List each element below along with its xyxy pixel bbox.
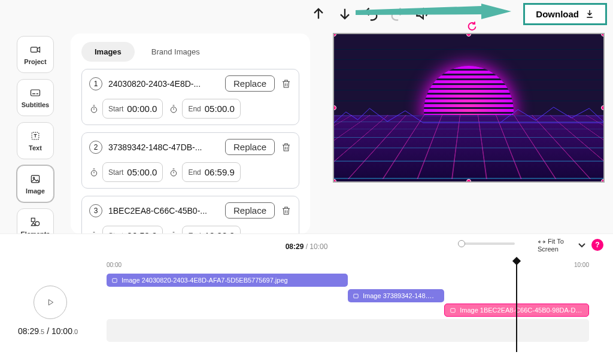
volume-icon[interactable]: [415, 5, 432, 22]
tab-images[interactable]: Images: [81, 42, 135, 62]
selection-handle[interactable]: [601, 105, 605, 110]
selection-handle[interactable]: [601, 33, 605, 37]
zoom-thumb[interactable]: [458, 240, 465, 247]
sidebar-item-text[interactable]: Text: [17, 122, 54, 159]
svg-rect-2: [31, 90, 40, 96]
stopwatch-icon: [89, 104, 99, 114]
filename-label: 24030820-2403-4E8D-...: [108, 79, 219, 89]
rotate-handle-icon[interactable]: [466, 20, 477, 31]
svg-point-5: [33, 177, 35, 179]
redo-icon[interactable]: [389, 5, 406, 22]
stopwatch-icon: [169, 168, 178, 177]
images-panel: Images Brand Images 1 24030820-2403-4E8D…: [71, 34, 310, 234]
end-time-input[interactable]: End 06:59.9: [182, 162, 240, 182]
download-label: Download: [536, 9, 579, 19]
selection-handle[interactable]: [333, 179, 336, 183]
svg-rect-6: [31, 218, 35, 222]
row-number-badge: 2: [89, 141, 102, 154]
svg-rect-1: [31, 47, 38, 52]
image-row: 3 1BEC2EA8-C66C-45B0-... Replace Start 0…: [81, 196, 299, 234]
download-icon: [585, 9, 594, 19]
selection-handle[interactable]: [466, 179, 471, 183]
row-number-badge: 1: [89, 77, 102, 90]
svg-rect-15: [354, 294, 358, 298]
text-icon: [29, 130, 42, 142]
image-icon: [450, 307, 456, 314]
svg-point-9: [171, 107, 177, 112]
row-number-badge: 3: [89, 204, 102, 217]
sidebar-item-subtitles[interactable]: Subtitles: [17, 79, 54, 116]
preview-mountains: [334, 105, 603, 126]
tab-brand-images[interactable]: Brand Images: [138, 42, 213, 62]
side-nav: Project Subtitles Text Image Elements: [17, 36, 53, 245]
svg-rect-4: [31, 175, 39, 183]
subtitles-icon: [29, 87, 42, 99]
clip-image-2[interactable]: Image 37389342-148….: [348, 289, 444, 302]
camera-icon: [29, 44, 42, 56]
svg-rect-14: [113, 278, 117, 282]
stopwatch-icon: [89, 168, 99, 177]
trash-icon[interactable]: [281, 142, 292, 153]
clip-image-1[interactable]: Image 24030820-2403-4E8D-AFA7-5D5EB57756…: [107, 274, 348, 287]
download-button[interactable]: Download: [523, 3, 607, 25]
move-layer-down-icon[interactable]: [336, 5, 353, 22]
replace-button[interactable]: Replace: [225, 139, 275, 155]
image-icon: [353, 293, 359, 299]
move-layer-up-icon[interactable]: [310, 5, 327, 22]
zoom-slider[interactable]: [458, 242, 515, 245]
svg-point-7: [35, 222, 40, 226]
image-row: 2 37389342-148C-47DB-... Replace Start 0…: [81, 132, 299, 189]
playhead[interactable]: [516, 262, 517, 352]
collapse-toggle-icon[interactable]: [577, 240, 587, 250]
start-time-input[interactable]: Start 00:00.0: [102, 99, 163, 119]
shapes-icon: [29, 216, 42, 228]
image-row: 1 24030820-2403-4E8D-... Replace Start 0…: [81, 69, 299, 125]
stopwatch-icon: [169, 104, 178, 114]
help-button[interactable]: ?: [591, 239, 603, 251]
end-time-input[interactable]: End 05:00.0: [182, 99, 240, 119]
filename-label: 1BEC2EA8-C66C-45B0-...: [108, 206, 219, 216]
selection-handle[interactable]: [601, 179, 605, 183]
image-icon: [29, 173, 42, 185]
canvas-preview[interactable]: [333, 33, 605, 183]
start-time-input[interactable]: Start 05:00.0: [102, 162, 163, 182]
timeline-panel: 08:29 / 10:00 Fit To Screen ? 00:00 10:0…: [0, 233, 613, 364]
start-time-input[interactable]: Start 06:59.9: [102, 226, 163, 234]
trash-icon[interactable]: [281, 205, 292, 216]
sidebar-item-project[interactable]: Project: [17, 36, 54, 73]
trash-icon[interactable]: [281, 78, 292, 89]
replace-button[interactable]: Replace: [225, 75, 275, 92]
sidebar-item-image[interactable]: Image: [17, 165, 54, 202]
fit-to-screen-button[interactable]: Fit To Screen: [538, 238, 571, 253]
svg-point-8: [91, 107, 96, 112]
filename-label: 37389342-148C-47DB-...: [108, 142, 219, 152]
play-button[interactable]: [34, 286, 67, 319]
end-time-input[interactable]: End 10:00.0: [182, 226, 240, 234]
undo-icon[interactable]: [363, 5, 380, 22]
time-indicator: 08:29 / 10:00: [286, 242, 328, 251]
playback-time: 08:29.5 / 10:00.0: [18, 326, 78, 336]
svg-rect-16: [451, 308, 455, 312]
image-icon: [111, 277, 118, 284]
replace-button[interactable]: Replace: [225, 202, 275, 219]
